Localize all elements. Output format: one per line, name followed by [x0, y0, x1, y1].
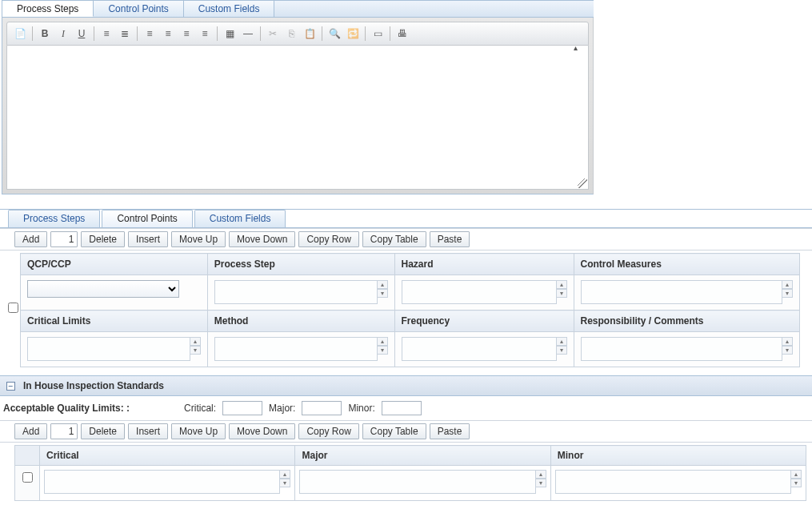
italic-button[interactable]: I: [55, 26, 71, 42]
spin-up-icon[interactable]: ▴: [782, 280, 793, 289]
frequency-textarea[interactable]: [402, 337, 557, 361]
spin-up-icon[interactable]: ▴: [377, 280, 388, 289]
insp-add-button[interactable]: Add: [14, 423, 47, 439]
insp-move-down-button[interactable]: Move Down: [229, 423, 295, 439]
tab-process-steps-mid[interactable]: Process Steps: [8, 210, 100, 227]
mid-section: Process Steps Control Points Custom Fiel…: [0, 209, 812, 228]
insp-row-checkbox[interactable]: [22, 472, 33, 483]
aql-critical-label: Critical:: [184, 403, 216, 414]
spin-down-icon[interactable]: ▾: [279, 479, 290, 487]
row-count-input[interactable]: [50, 231, 78, 247]
tab-process-steps-top[interactable]: Process Steps: [2, 1, 94, 17]
insp-paste-button[interactable]: Paste: [430, 423, 470, 439]
editor-frame: 📄 B I U ≡ ≣ ≡ ≡ ≡ ≡ ▦ ― ✂ ⎘ 📋 🔍 🔁 ▭: [2, 18, 594, 194]
copy-table-button[interactable]: Copy Table: [362, 231, 426, 247]
tab-custom-fields-top[interactable]: Custom Fields: [184, 1, 275, 17]
aql-row: Acceptable Quality Limits: : Critical: M…: [0, 396, 812, 420]
insp-major-textarea[interactable]: [299, 470, 535, 494]
insp-col-minor: Minor: [550, 446, 806, 466]
delete-button[interactable]: Delete: [81, 231, 125, 247]
insp-copy-row-button[interactable]: Copy Row: [298, 423, 358, 439]
control-measures-textarea[interactable]: [581, 280, 782, 304]
aql-critical-input[interactable]: [222, 401, 262, 415]
spin-down-icon[interactable]: ▾: [190, 346, 201, 355]
cut-icon[interactable]: ✂: [265, 26, 281, 42]
hazard-textarea[interactable]: [402, 280, 557, 304]
insert-button[interactable]: Insert: [128, 231, 168, 247]
spin-down-icon[interactable]: ▾: [790, 479, 802, 487]
mid-tabstrip: Process Steps Control Points Custom Fiel…: [0, 210, 812, 227]
ordered-list-icon[interactable]: ≡: [98, 26, 114, 42]
spin-down-icon[interactable]: ▾: [377, 346, 388, 355]
tab-control-points-top[interactable]: Control Points: [94, 1, 183, 17]
spin-up-icon[interactable]: ▴: [279, 470, 290, 479]
critical-limits-textarea[interactable]: [27, 337, 190, 361]
move-up-button[interactable]: Move Up: [171, 231, 226, 247]
spin-up-icon[interactable]: ▴: [790, 470, 802, 479]
align-left-icon[interactable]: ≡: [142, 26, 158, 42]
insp-row-count-input[interactable]: [50, 423, 78, 439]
unordered-list-icon[interactable]: ≣: [117, 26, 133, 42]
justify-icon[interactable]: ≡: [197, 26, 213, 42]
spin-down-icon[interactable]: ▾: [556, 289, 567, 298]
spin-down-icon[interactable]: ▾: [782, 289, 793, 298]
spin-down-icon[interactable]: ▾: [556, 346, 567, 355]
col-process-step: Process Step: [207, 254, 394, 275]
underline-button[interactable]: U: [74, 26, 90, 42]
collapse-toggle-icon[interactable]: −: [6, 382, 15, 391]
copy-row-button[interactable]: Copy Row: [298, 231, 358, 247]
spin-up-icon[interactable]: ▴: [377, 337, 388, 346]
spin-up-icon[interactable]: ▴: [556, 337, 567, 346]
add-button[interactable]: Add: [14, 231, 47, 247]
spin-down-icon[interactable]: ▾: [535, 479, 546, 487]
col-responsibility: Responsibility / Comments: [574, 311, 799, 332]
align-right-icon[interactable]: ≡: [178, 26, 194, 42]
rich-editor-panel: Process Steps Control Points Custom Fiel…: [2, 0, 594, 194]
cp-grid: QCP/CCP Process Step Hazard Control Meas…: [0, 253, 812, 367]
paste-button[interactable]: Paste: [430, 231, 470, 247]
insp-col-critical: Critical: [40, 446, 295, 466]
insp-grid: Critical Major Minor ▴▾ ▴▾ ▴▾: [14, 445, 806, 501]
spin-up-icon[interactable]: ▴: [556, 280, 567, 289]
spin-up-icon[interactable]: ▴: [190, 337, 201, 346]
insp-action-bar: Add Delete Insert Move Up Move Down Copy…: [0, 420, 812, 443]
source-icon[interactable]: 📄: [12, 26, 28, 42]
spin-down-icon[interactable]: ▾: [377, 289, 388, 298]
insp-minor-textarea[interactable]: [555, 470, 791, 494]
process-step-textarea[interactable]: [214, 280, 378, 304]
table-icon[interactable]: ▦: [222, 26, 238, 42]
insp-insert-button[interactable]: Insert: [128, 423, 168, 439]
scroll-up-icon[interactable]: ▴: [570, 42, 581, 54]
insp-move-up-button[interactable]: Move Up: [171, 423, 226, 439]
print-icon[interactable]: 🖶: [394, 26, 410, 42]
hr-icon[interactable]: ―: [240, 26, 256, 42]
spin-up-icon[interactable]: ▴: [782, 337, 793, 346]
aql-minor-input[interactable]: [382, 401, 422, 415]
replace-icon[interactable]: 🔁: [345, 26, 361, 42]
align-center-icon[interactable]: ≡: [160, 26, 176, 42]
find-icon[interactable]: 🔍: [326, 26, 342, 42]
inhouse-title: In House Inspection Standards: [23, 380, 164, 391]
row-select-checkbox[interactable]: [8, 303, 18, 313]
insp-delete-button[interactable]: Delete: [81, 423, 125, 439]
responsibility-textarea[interactable]: [581, 337, 782, 361]
move-down-button[interactable]: Move Down: [229, 231, 295, 247]
col-critical-limits: Critical Limits: [21, 311, 208, 332]
spin-up-icon[interactable]: ▴: [535, 470, 546, 479]
bold-button[interactable]: B: [37, 26, 53, 42]
paste-icon[interactable]: 📋: [302, 26, 318, 42]
cp-action-bar: Add Delete Insert Move Up Move Down Copy…: [0, 228, 812, 250]
copy-icon[interactable]: ⎘: [283, 26, 299, 42]
spin-down-icon[interactable]: ▾: [782, 346, 793, 355]
insp-col-major: Major: [295, 446, 550, 466]
tab-custom-fields-mid[interactable]: Custom Fields: [194, 210, 286, 227]
tab-control-points-mid[interactable]: Control Points: [102, 210, 192, 227]
method-textarea[interactable]: [214, 337, 378, 361]
insp-critical-textarea[interactable]: [44, 470, 280, 494]
select-all-icon[interactable]: ▭: [370, 26, 386, 42]
editor-toolbar: 📄 B I U ≡ ≣ ≡ ≡ ≡ ≡ ▦ ― ✂ ⎘ 📋 🔍 🔁 ▭: [6, 22, 589, 46]
qcp-select[interactable]: [27, 280, 179, 298]
editor-textarea[interactable]: [6, 46, 589, 190]
aql-major-input[interactable]: [302, 401, 342, 415]
insp-copy-table-button[interactable]: Copy Table: [362, 423, 426, 439]
